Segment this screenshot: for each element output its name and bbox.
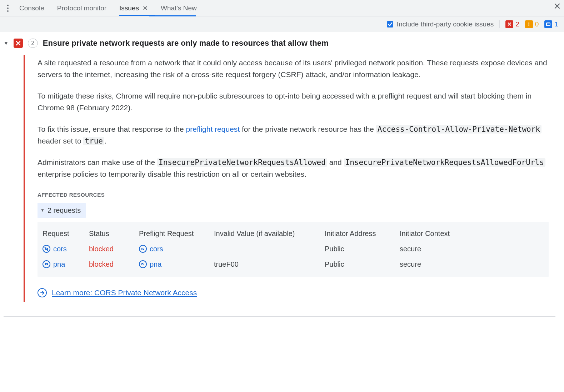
tab-whats-new[interactable]: What's New [154,1,203,16]
issue-body: A site requested a resource from a netwo… [24,55,549,302]
expand-toggle-icon[interactable]: ▼ [4,40,9,46]
preflight-request-link[interactable]: preflight request [186,125,240,133]
count-value: 2 [515,20,519,28]
warning-icon: ! [525,20,533,28]
initiator-address-cell: Public [325,243,396,255]
tab-label: What's New [161,4,197,12]
checkbox-icon [387,21,393,27]
issues-toolbar: Include third-party cookie issues ✕ 2 ! … [0,16,564,32]
status-cell: blocked [89,259,135,270]
svg-point-1 [7,7,9,9]
issue-paragraph: A site requested a resource from a netwo… [38,57,549,80]
col-request: Request [43,228,85,239]
col-initiator-address: Initiator Address [325,228,396,239]
text: and [327,158,344,166]
count-value: 0 [535,20,539,28]
preflight-name: cors [150,243,163,255]
initiator-context-cell: secure [400,243,471,255]
code-token: InsecurePrivateNetworkRequestsAllowedFor… [344,158,545,167]
network-request-icon [139,245,147,253]
issue-paragraph: To fix this issue, ensure that response … [38,124,549,147]
text: header set to [38,137,83,145]
text: Administrators can make use of the [38,158,157,166]
table-header-row: Request Status Preflight Request Invalid… [41,226,545,241]
issues-content: ▼ 2 Ensure private network requests are … [0,32,564,392]
text: . [104,137,106,145]
issue-paragraph: To mitigate these risks, Chrome will req… [38,90,549,114]
col-initiator-context: Initiator Context [400,228,471,239]
network-request-icon [43,260,50,268]
preflight-link[interactable]: pna [139,259,210,270]
initiator-address-cell: Public [325,259,396,270]
text: To fix this issue, ensure that response … [38,125,186,133]
svg-point-2 [7,10,9,12]
svg-point-0 [7,5,9,6]
issue-paragraph: Administrators can make use of the Insec… [38,157,549,180]
tab-protocol-monitor[interactable]: Protocol monitor [51,1,113,16]
divider [499,20,500,28]
more-tabs-button[interactable] [3,4,13,12]
col-preflight: Preflight Request [139,228,210,239]
third-party-cookie-checkbox[interactable]: Include third-party cookie issues [387,20,494,28]
affected-requests-table: Request Status Preflight Request Invalid… [38,222,549,277]
request-name: cors [53,243,67,255]
info-count[interactable]: 1 [544,20,558,28]
code-token: true [83,137,104,145]
network-request-icon [139,260,147,268]
close-icon[interactable]: ✕ [143,4,148,12]
info-icon [544,20,552,28]
issue-title: Ensure private network requests are only… [43,39,329,48]
col-invalid: Invalid Value (if available) [214,228,321,239]
network-request-icon [43,245,50,253]
invalid-value-cell: trueF00 [214,259,321,270]
devtools-drawer-tabstrip: Console Protocol monitor Issues ✕ What's… [0,0,564,16]
tab-issues[interactable]: Issues ✕ [113,1,154,16]
code-token: Access-Control-Allow-Private-Network [376,125,541,134]
warning-count[interactable]: ! 0 [525,20,539,28]
table-row: cors blocked cors Public secure [41,241,545,257]
divider [4,316,555,317]
active-tab-underline [149,15,196,16]
code-token: InsecurePrivateNetworkRequestsAllowed [157,158,327,167]
error-badge-icon [14,39,23,48]
tab-label: Console [19,4,44,12]
close-drawer-button[interactable] [554,3,560,9]
tab-label: Protocol monitor [57,4,106,12]
chevron-down-icon: ▼ [40,207,45,214]
request-link[interactable]: cors [43,243,85,255]
request-link[interactable]: pna [43,259,85,270]
checkbox-label: Include third-party cookie issues [397,20,494,28]
tab-label: Issues [119,4,139,12]
affected-resources-label: AFFECTED RESOURCES [38,191,549,199]
count-value: 1 [554,20,558,28]
col-status: Status [89,228,135,239]
error-count[interactable]: ✕ 2 [505,20,519,28]
learn-more-link[interactable]: Learn more: CORS Private Network Access [52,287,197,299]
text: for the private network resource has the [240,125,376,133]
issue-count-chip: 2 [28,39,38,48]
preflight-link[interactable]: cors [139,243,210,255]
preflight-name: pna [150,259,161,270]
issue-header-row[interactable]: ▼ 2 Ensure private network requests are … [4,39,555,48]
table-row: pna blocked pna trueF00 Public secure [41,257,545,272]
text: enterprise policies to temporarily disab… [38,170,306,178]
error-icon: ✕ [505,20,513,28]
requests-toggle[interactable]: ▼ 2 requests [38,203,86,218]
learn-more-row: Learn more: CORS Private Network Access [38,287,549,299]
toggle-label: 2 requests [48,205,81,216]
request-name: pna [53,259,65,270]
status-cell: blocked [89,243,135,255]
initiator-context-cell: secure [400,259,471,270]
tab-console[interactable]: Console [13,1,51,16]
arrow-right-circle-icon [38,288,47,297]
